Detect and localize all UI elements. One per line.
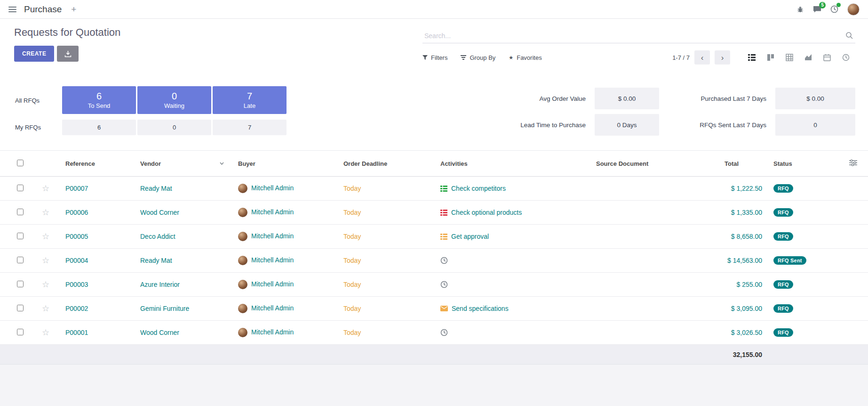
pager-next-button[interactable]: ›: [715, 50, 730, 65]
header-order-deadline[interactable]: Order Deadline: [339, 151, 436, 177]
reference-link[interactable]: P00001: [65, 329, 88, 336]
header-vendor[interactable]: Vendor: [135, 151, 233, 177]
favorite-star-icon[interactable]: ☆: [42, 304, 49, 313]
buyer-link[interactable]: Mitchell Admin: [251, 280, 294, 288]
buyer-link[interactable]: Mitchell Admin: [251, 304, 294, 312]
reference-link[interactable]: P00002: [65, 305, 88, 312]
list-yellow-activity-icon[interactable]: [440, 234, 447, 240]
activity-label[interactable]: Check optional products: [451, 209, 522, 216]
total-amount: $ 255.00: [720, 273, 769, 297]
envelope-activity-icon[interactable]: [440, 306, 448, 311]
row-checkbox[interactable]: [17, 233, 24, 239]
vendor-link[interactable]: Wood Corner: [140, 209, 179, 216]
card-count: 0: [137, 90, 211, 102]
favorites-button[interactable]: ★ Favorites: [509, 54, 542, 61]
optional-columns-icon[interactable]: [849, 159, 857, 166]
create-button[interactable]: CREATE: [14, 46, 54, 62]
list-green-activity-icon[interactable]: [440, 186, 447, 192]
vendor-link[interactable]: Deco Addict: [140, 233, 175, 240]
debug-bug-icon[interactable]: [796, 6, 804, 13]
favorite-star-icon[interactable]: ☆: [42, 184, 49, 193]
table-row[interactable]: ☆ P00001 Wood Corner Mitchell Admin Toda…: [0, 321, 868, 345]
favorite-star-icon[interactable]: ☆: [42, 256, 49, 265]
vendor-link[interactable]: Gemini Furniture: [140, 305, 189, 312]
card-label: Waiting: [137, 102, 211, 109]
rfq-card-late[interactable]: 7Late: [213, 86, 287, 114]
group-by-icon: [461, 55, 466, 60]
reference-link[interactable]: P00006: [65, 209, 88, 216]
favorite-star-icon[interactable]: ☆: [42, 328, 49, 337]
my-rfq-count-waiting[interactable]: 0: [137, 120, 211, 135]
total-amount: $ 3,095.00: [720, 297, 769, 321]
clock-activity-icon[interactable]: [440, 329, 448, 336]
favorite-star-icon[interactable]: ☆: [42, 208, 49, 217]
search-icon[interactable]: [845, 32, 853, 40]
filters-button[interactable]: Filters: [422, 54, 447, 61]
buyer-link[interactable]: Mitchell Admin: [251, 232, 294, 240]
stat-value: $ 0.00: [595, 88, 659, 109]
buyer-link[interactable]: Mitchell Admin: [251, 184, 294, 192]
row-checkbox[interactable]: [17, 185, 24, 191]
header-status[interactable]: Status: [769, 151, 838, 177]
buyer-link[interactable]: Mitchell Admin: [251, 328, 294, 336]
row-checkbox[interactable]: [17, 281, 24, 287]
reference-link[interactable]: P00004: [65, 257, 88, 264]
favorite-star-icon[interactable]: ☆: [42, 232, 49, 241]
pager-previous-button[interactable]: ‹: [694, 50, 710, 65]
all-rfqs-filter[interactable]: All RFQs: [15, 86, 61, 115]
total-amount: $ 3,026.50: [720, 321, 769, 345]
buyer-link[interactable]: Mitchell Admin: [251, 208, 294, 216]
pivot-view-button[interactable]: [780, 50, 799, 65]
rfq-card-waiting[interactable]: 0Waiting: [137, 86, 211, 114]
header-buyer[interactable]: Buyer: [233, 151, 339, 177]
header-activities[interactable]: Activities: [436, 151, 591, 177]
activity-label[interactable]: Send specifications: [452, 305, 509, 312]
vendor-link[interactable]: Azure Interior: [140, 281, 180, 288]
vendor-link[interactable]: Ready Mat: [140, 185, 172, 192]
my-rfq-count-to-send[interactable]: 6: [62, 120, 136, 135]
table-row[interactable]: ☆ P00005 Deco Addict Mitchell Admin Toda…: [0, 225, 868, 249]
table-row[interactable]: ☆ P00002 Gemini Furniture Mitchell Admin…: [0, 297, 868, 321]
search-input[interactable]: [424, 32, 845, 40]
graph-view-button[interactable]: [799, 50, 818, 65]
activity-view-button[interactable]: [836, 50, 855, 65]
calendar-view-button[interactable]: [818, 50, 836, 65]
clock-activity-icon[interactable]: [440, 281, 448, 288]
header-source-document[interactable]: Source Document: [591, 151, 720, 177]
list-red-activity-icon[interactable]: [440, 210, 447, 216]
select-all-checkbox[interactable]: [17, 160, 24, 166]
row-checkbox[interactable]: [17, 329, 24, 335]
clock-activity-icon[interactable]: [440, 257, 448, 264]
favorite-star-icon[interactable]: ☆: [42, 280, 49, 289]
messages-icon[interactable]: 5: [813, 6, 821, 13]
row-checkbox[interactable]: [17, 305, 24, 311]
header-reference[interactable]: Reference: [58, 151, 135, 177]
table-row[interactable]: ☆ P00003 Azure Interior Mitchell Admin T…: [0, 273, 868, 297]
vendor-link[interactable]: Wood Corner: [140, 329, 179, 336]
table-row[interactable]: ☆ P00007 Ready Mat Mitchell Admin Today …: [0, 177, 868, 201]
table-row[interactable]: ☆ P00006 Wood Corner Mitchell Admin Toda…: [0, 201, 868, 225]
activity-label[interactable]: Check competitors: [451, 185, 506, 192]
activity-label[interactable]: Get approval: [451, 233, 489, 240]
export-button[interactable]: [57, 46, 79, 62]
app-name[interactable]: Purchase: [24, 4, 62, 15]
user-avatar[interactable]: [847, 3, 860, 16]
rfq-card-to-send[interactable]: 6To Send: [62, 86, 136, 114]
list-view-button[interactable]: [742, 50, 761, 65]
reference-link[interactable]: P00003: [65, 281, 88, 288]
buyer-link[interactable]: Mitchell Admin: [251, 256, 294, 264]
my-rfqs-filter[interactable]: My RFQs: [15, 120, 61, 136]
table-row[interactable]: ☆ P00004 Ready Mat Mitchell Admin Today …: [0, 249, 868, 273]
row-checkbox[interactable]: [17, 257, 24, 263]
apps-menu-icon[interactable]: [8, 7, 16, 12]
row-checkbox[interactable]: [17, 209, 24, 215]
plus-icon[interactable]: +: [71, 4, 76, 15]
header-total[interactable]: Total: [720, 151, 769, 177]
my-rfq-count-late[interactable]: 7: [213, 120, 287, 135]
kanban-view-button[interactable]: [761, 50, 780, 65]
vendor-link[interactable]: Ready Mat: [140, 257, 172, 264]
activities-clock-icon[interactable]: [830, 5, 838, 13]
reference-link[interactable]: P00005: [65, 233, 88, 240]
group-by-button[interactable]: Group By: [461, 54, 495, 61]
reference-link[interactable]: P00007: [65, 185, 88, 192]
